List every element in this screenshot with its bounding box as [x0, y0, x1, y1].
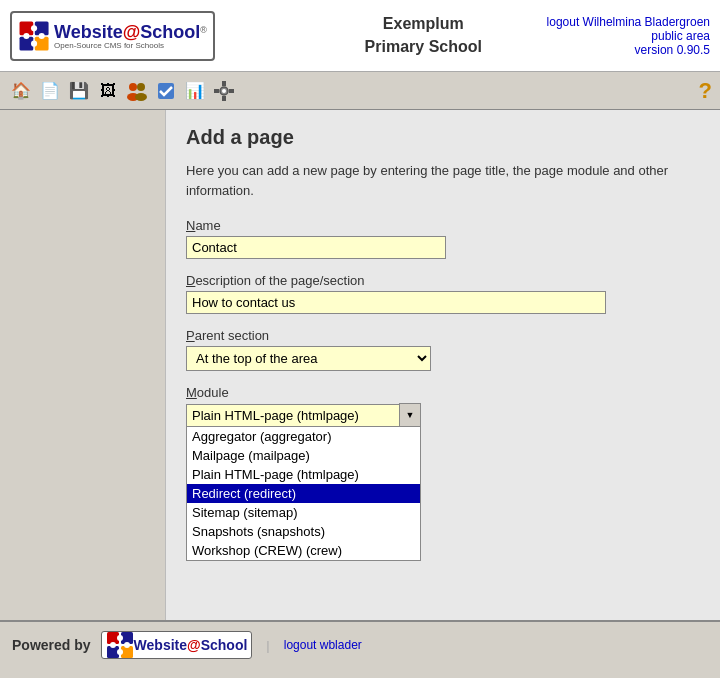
users-icon[interactable]: [124, 78, 150, 104]
svg-point-4: [31, 25, 37, 31]
page-title: Add a page: [186, 126, 700, 149]
dropdown-item-6[interactable]: Workshop (CREW) (crew): [187, 541, 420, 560]
footer-website-text: Website: [134, 637, 187, 653]
help-icon[interactable]: ?: [699, 78, 712, 104]
module-label-underline: M: [186, 385, 197, 400]
footer-logo-text: Website@School: [134, 637, 248, 653]
name-field-group: Name: [186, 218, 700, 259]
footer-separator: |: [266, 638, 269, 653]
svg-point-11: [135, 93, 147, 101]
footer-puzzle-icon: [106, 631, 134, 659]
version-text: version 0.90.5: [635, 43, 710, 57]
desc-label-rest: escription of the page/section: [195, 273, 364, 288]
name-input[interactable]: [186, 236, 446, 259]
home-icon[interactable]: 🏠: [8, 78, 34, 104]
svg-point-5: [39, 32, 45, 38]
users-svg-icon: [126, 80, 148, 102]
dropdown-item-5[interactable]: Snapshots (snapshots): [187, 522, 420, 541]
svg-point-6: [31, 40, 37, 46]
module-label: Module: [186, 385, 700, 400]
parent-label: Parent section: [186, 328, 700, 343]
description-label: Description of the page/section: [186, 273, 700, 288]
footer-at-text: @: [187, 637, 201, 653]
user-info: logout Wilhelmina Bladergroen public are…: [547, 15, 710, 57]
module-field-group: Module ▼ Aggregator (aggregator)Mailpage…: [186, 385, 700, 561]
name-label: Name: [186, 218, 700, 233]
logo[interactable]: Website@School® Open-Source CMS for Scho…: [10, 11, 215, 61]
svg-point-25: [117, 649, 123, 655]
page-icon[interactable]: 📄: [37, 78, 63, 104]
sidebar: [0, 110, 165, 620]
toolbar-icons: 🏠 📄 💾 🖼 📊: [8, 78, 699, 104]
svg-point-10: [137, 83, 145, 91]
svg-point-7: [23, 32, 29, 38]
chart-icon[interactable]: 📊: [182, 78, 208, 104]
dropdown-item-3[interactable]: Redirect (redirect): [187, 484, 420, 503]
logo-area: Website@School® Open-Source CMS for Scho…: [10, 11, 300, 61]
footer-logout-link[interactable]: logout wblader: [284, 638, 362, 652]
powered-by-text: Powered by: [12, 637, 91, 653]
svg-rect-13: [222, 81, 226, 86]
parent-field-group: Parent section At the top of the area: [186, 328, 700, 371]
page-description: Here you can add a new page by entering …: [186, 161, 700, 200]
logo-puzzle-icon: [18, 15, 50, 57]
module-dropdown-button[interactable]: ▼: [399, 403, 421, 427]
tasks-svg-icon: [155, 80, 177, 102]
svg-point-24: [124, 642, 130, 648]
settings-svg-icon: [213, 80, 235, 102]
desc-label-underline: D: [186, 273, 195, 288]
toolbar: 🏠 📄 💾 🖼 📊: [0, 72, 720, 110]
svg-point-26: [110, 642, 116, 648]
dropdown-item-2[interactable]: Plain HTML-page (htmlpage): [187, 465, 420, 484]
header: Website@School® Open-Source CMS for Scho…: [0, 0, 720, 72]
module-display-input[interactable]: [186, 404, 399, 427]
dropdown-item-4[interactable]: Sitemap (sitemap): [187, 503, 420, 522]
svg-point-8: [129, 83, 137, 91]
description-field-group: Description of the page/section: [186, 273, 700, 314]
content-area: Add a page Here you can add a new page b…: [165, 110, 720, 620]
settings-icon[interactable]: [211, 78, 237, 104]
svg-point-18: [222, 89, 226, 93]
svg-rect-14: [222, 96, 226, 101]
user-area: public area: [651, 29, 710, 43]
svg-point-23: [117, 635, 123, 641]
parent-label-rest: arent section: [195, 328, 269, 343]
name-label-underline: N: [186, 218, 195, 233]
site-title: Exemplum Primary School: [300, 13, 547, 58]
tasks-icon[interactable]: [153, 78, 179, 104]
module-select-row: ▼: [186, 403, 700, 427]
description-input[interactable]: [186, 291, 606, 314]
parent-select[interactable]: At the top of the area: [186, 346, 431, 371]
name-label-rest: ame: [195, 218, 220, 233]
module-dropdown-list: Aggregator (aggregator)Mailpage (mailpag…: [186, 427, 421, 561]
footer-logo: Website@School: [101, 631, 253, 659]
image-icon[interactable]: 🖼: [95, 78, 121, 104]
svg-rect-16: [229, 89, 234, 93]
svg-rect-15: [214, 89, 219, 93]
main-wrapper: Add a page Here you can add a new page b…: [0, 110, 720, 620]
footer-school-text: School: [201, 637, 248, 653]
logout-link[interactable]: logout Wilhelmina Bladergroen: [547, 15, 710, 29]
dropdown-item-0[interactable]: Aggregator (aggregator): [187, 427, 420, 446]
module-label-rest: odule: [197, 385, 229, 400]
save-icon[interactable]: 💾: [66, 78, 92, 104]
dropdown-item-1[interactable]: Mailpage (mailpage): [187, 446, 420, 465]
footer: Powered by Website@School | logout wblad…: [0, 620, 720, 668]
logo-text: Website@School® Open-Source CMS for Scho…: [54, 22, 207, 50]
parent-label-underline: P: [186, 328, 195, 343]
